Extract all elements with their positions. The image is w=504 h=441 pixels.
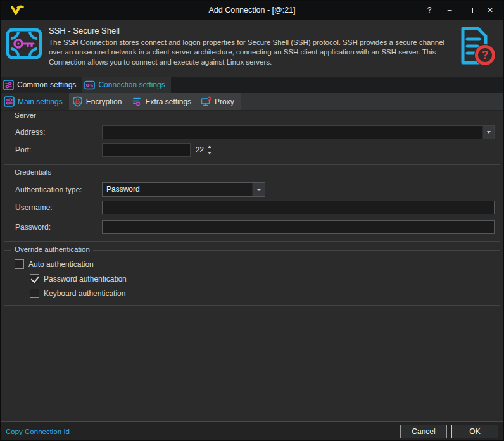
username-label: Username: <box>9 203 102 212</box>
credentials-group: Credentials Authentication type: Passwor… <box>4 173 500 242</box>
username-row: Username: <box>9 201 495 214</box>
tab-label: Extra settings <box>145 97 191 106</box>
tab-label: Encryption <box>86 97 122 106</box>
sliders-icon <box>3 80 14 90</box>
auto-authentication-row: Auto authentication <box>9 259 495 269</box>
auth-type-value: Password <box>103 183 252 196</box>
tab-label: Proxy <box>215 97 234 106</box>
dialog-footer: Copy Connection Id Cancel OK <box>1 421 503 440</box>
footer-buttons: Cancel OK <box>400 425 498 438</box>
port-input[interactable] <box>103 144 207 156</box>
group-legend: Credentials <box>11 168 54 176</box>
add-connection-dialog: Add Connection - [@:21] ? – ✕ SSH - Secu… <box>0 0 504 441</box>
port-decrement-button[interactable] <box>208 150 211 157</box>
address-combobox[interactable] <box>102 125 495 139</box>
dialog-header: SSH - Secure Shell The SSH Connection st… <box>1 20 503 77</box>
settings-panel: Server Address: Port: <box>1 111 503 421</box>
group-legend: Server <box>11 111 39 119</box>
address-dropdown-button[interactable] <box>482 126 494 139</box>
tab-common-settings[interactable]: Common settings <box>1 77 82 93</box>
port-stepper[interactable] <box>102 143 191 157</box>
address-input[interactable] <box>103 126 482 139</box>
sliders-icon <box>4 96 15 107</box>
port-row: Port: <box>9 143 495 157</box>
list-gear-icon <box>131 96 142 107</box>
auth-type-label: Authentication type: <box>9 185 102 194</box>
close-button[interactable]: ✕ <box>482 3 498 18</box>
help-button[interactable]: ? <box>421 3 438 18</box>
checkbox-label: Password authentication <box>44 275 127 283</box>
tab-encryption[interactable]: Encryption <box>69 93 129 110</box>
window-titlebar: Add Connection - [@:21] ? – ✕ <box>1 1 503 20</box>
checkbox-label: Keyboard authentication <box>44 289 125 298</box>
tab-main-settings[interactable]: Main settings <box>1 93 69 110</box>
override-authentication-group: Override authentication Auto authenticat… <box>4 250 500 306</box>
password-input[interactable] <box>102 220 495 234</box>
titlebar-controls: ? – ✕ <box>421 3 503 18</box>
maximize-icon <box>467 8 473 13</box>
ssh-key-icon <box>6 25 42 62</box>
tab-label: Main settings <box>18 97 63 106</box>
port-label: Port: <box>9 146 102 154</box>
page-description: The SSH Connection stores connect and lo… <box>49 38 453 67</box>
password-authentication-checkbox[interactable] <box>30 274 39 283</box>
app-logo-icon <box>11 5 25 15</box>
checkbox-label: Auto authentication <box>28 260 94 269</box>
tab-label: Common settings <box>17 80 76 89</box>
address-row: Address: <box>9 125 495 139</box>
secondary-tab-bar: Main settings Encryption Extra settings <box>1 93 503 111</box>
key-box-icon <box>84 80 95 90</box>
server-group: Server Address: Port: <box>4 116 500 165</box>
shield-lock-icon <box>72 96 83 107</box>
password-row: Password: <box>9 220 495 234</box>
group-legend: Override authentication <box>11 245 93 253</box>
auth-type-dropdown-button[interactable] <box>252 183 265 196</box>
address-label: Address: <box>9 128 102 137</box>
tab-bar-filler <box>241 93 503 110</box>
chevron-down-icon <box>487 131 491 134</box>
svg-text:?: ? <box>482 49 489 61</box>
auth-type-row: Authentication type: Password <box>9 182 495 197</box>
minimize-button[interactable]: – <box>441 3 458 18</box>
chevron-down-icon <box>256 189 261 191</box>
tab-label: Connection settings <box>98 80 165 89</box>
tab-proxy[interactable]: Proxy <box>198 93 241 110</box>
maximize-button[interactable] <box>462 3 478 18</box>
page-title: SSH - Secure Shell <box>49 26 453 35</box>
auth-type-select[interactable]: Password <box>102 182 265 197</box>
chevron-up-icon <box>208 146 211 148</box>
header-text: SSH - Secure Shell The SSH Connection st… <box>49 25 453 67</box>
auto-authentication-checkbox[interactable] <box>15 259 24 269</box>
primary-tab-bar: Common settings Connection settings <box>1 77 503 93</box>
port-increment-button[interactable] <box>208 144 211 150</box>
password-authentication-row: Password authentication <box>9 274 495 283</box>
copy-connection-id-link[interactable]: Copy Connection Id <box>6 428 70 435</box>
username-input[interactable] <box>102 201 495 214</box>
tab-connection-settings[interactable]: Connection settings <box>82 77 170 93</box>
header-right: ? <box>455 25 498 71</box>
chevron-down-icon <box>208 152 211 154</box>
keyboard-authentication-row: Keyboard authentication <box>9 289 495 298</box>
password-label: Password: <box>9 223 102 232</box>
document-question-icon: ? <box>455 25 497 68</box>
monitor-lock-icon <box>201 96 211 107</box>
port-spinner <box>207 144 211 156</box>
keyboard-authentication-checkbox[interactable] <box>30 289 39 298</box>
cancel-button[interactable]: Cancel <box>400 425 447 438</box>
tab-extra-settings[interactable]: Extra settings <box>128 93 198 110</box>
ok-button[interactable]: OK <box>451 425 498 438</box>
